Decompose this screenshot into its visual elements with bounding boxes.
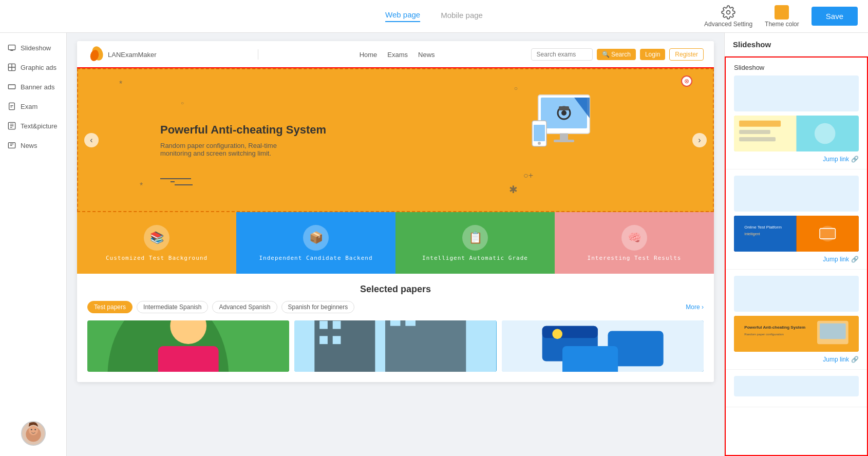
svg-point-48 (815, 123, 836, 144)
sidebar-item-news[interactable]: News (0, 136, 66, 155)
text-picture-icon (7, 121, 16, 130)
slideshow-banner: * ○ * ○+ ○ ✱ Powerful Anti-cheating Syst… (77, 68, 714, 212)
logo-leaf (87, 46, 104, 63)
sidebar-item-news-label: News (21, 142, 37, 149)
sidebar-item-exam[interactable]: Exam (0, 97, 66, 116)
svg-rect-17 (559, 106, 569, 110)
papers-more-link[interactable]: More › (686, 303, 704, 311)
advanced-setting-label: Advanced Setting (704, 21, 752, 28)
exam-icon (7, 102, 16, 111)
svg-rect-45 (739, 121, 781, 127)
preview-nav-links: Home Exams News (360, 51, 435, 59)
save-button[interactable]: Save (812, 7, 858, 26)
theme-color-label: Theme color (765, 21, 799, 28)
svg-rect-18 (560, 134, 568, 140)
search-button[interactable]: 🔍 Search (597, 49, 636, 60)
deco-asterisk-2: * (140, 181, 143, 191)
jump-link-row-1[interactable]: Jump link 🔗 (734, 156, 859, 163)
feature-card-grade[interactable]: 📋 Intelligent Automatic Grade (395, 212, 555, 274)
login-button[interactable]: Login (640, 49, 665, 60)
jump-link-row-3[interactable]: Jump link 🔗 (734, 356, 859, 363)
tab-web-page[interactable]: Web page (385, 10, 420, 22)
svg-rect-31 (319, 321, 328, 329)
slideshow-thumbnail-1[interactable] (734, 116, 859, 151)
feature-card-label-3: Intelligent Automatic Grade (422, 255, 528, 261)
nav-link-home[interactable]: Home (360, 51, 378, 59)
slideshow-thumb-blank-3 (734, 276, 859, 312)
top-bar: Web page Mobile page Advanced Setting Th… (0, 0, 868, 33)
svg-point-10 (34, 429, 36, 430)
jump-link-label-3: Jump link (823, 356, 849, 363)
feature-card-icon-4: 🧠 (621, 225, 647, 251)
svg-rect-30 (385, 320, 466, 372)
right-panel: Slideshow Slideshow (724, 33, 868, 456)
svg-point-0 (727, 10, 730, 14)
svg-point-42 (552, 329, 562, 339)
logo-text: LANExamMaker (108, 51, 157, 59)
banner-nav-left[interactable]: ‹ (84, 133, 99, 147)
feature-card-icon-2: 📦 (303, 225, 329, 251)
svg-rect-46 (739, 130, 770, 134)
slideshow-thumbnail-3[interactable]: Powerful Anti-cheating System Random pap… (734, 316, 859, 352)
sidebar-item-exam-label: Exam (21, 103, 37, 110)
banner-close-button[interactable]: ⊗ (681, 75, 692, 87)
sidebar-item-banner-ads[interactable]: Banner ads (0, 77, 66, 97)
sidebar-item-slideshow[interactable]: Slideshow (0, 38, 66, 58)
jump-link-icon-1: 🔗 (851, 156, 859, 163)
advanced-setting-button[interactable]: Advanced Setting (704, 5, 752, 28)
feature-card-icon-3: 📋 (462, 225, 488, 251)
paper-card-1[interactable] (87, 320, 289, 372)
slideshow-thumb-blank-1 (734, 75, 859, 111)
feature-card-candidate[interactable]: 📦 Independent Candidate Backend (236, 212, 395, 274)
register-button[interactable]: Register (669, 48, 704, 61)
paper-card-3[interactable] (502, 320, 704, 372)
feature-card-customized[interactable]: 📚 Customized Test Background (77, 212, 236, 274)
sidebar-item-slideshow-label: Slideshow (21, 44, 51, 52)
nav-link-exams[interactable]: Exams (387, 51, 408, 59)
preview-logo: LANExamMaker (87, 46, 157, 63)
deco-circle-1: ○ (181, 100, 184, 106)
svg-rect-36 (406, 320, 416, 326)
sidebar-item-text-picture-label: Text&picture (21, 122, 58, 130)
tab-mobile-page[interactable]: Mobile page (441, 11, 483, 22)
svg-rect-19 (554, 140, 574, 142)
feature-card-results[interactable]: 🧠 Interesting Test Results (555, 212, 714, 274)
banner-nav-right[interactable]: › (692, 133, 707, 147)
selected-papers-section: Selected papers Test papers Intermediate… (77, 274, 714, 382)
theme-color-swatch (775, 5, 789, 20)
svg-rect-34 (333, 336, 341, 344)
banner-text-area: Powerful Anti-cheating System Random pap… (160, 123, 326, 157)
preview-nav-right: 🔍 Search Login Register (531, 48, 704, 61)
news-icon (7, 141, 16, 150)
avatar (21, 421, 46, 446)
papers-tab-advanced[interactable]: Advanced Spanish (212, 301, 277, 313)
svg-point-8 (28, 426, 37, 435)
left-sidebar: Slideshow Graphic ads Banner ads Exam Te… (0, 33, 67, 456)
svg-text:Online Test Platform: Online Test Platform (744, 225, 782, 230)
svg-rect-50 (734, 216, 797, 252)
sidebar-item-graphic-ads[interactable]: Graphic ads (0, 58, 66, 77)
monitor-illustration (507, 80, 600, 174)
deco-asterisk-3: ✱ (509, 183, 518, 196)
svg-rect-4 (9, 103, 15, 109)
sidebar-item-text-picture[interactable]: Text&picture (0, 116, 66, 136)
feature-card-label-1: Customized Test Background (106, 255, 207, 261)
svg-point-16 (561, 110, 567, 116)
theme-color-button[interactable]: Theme color (765, 5, 799, 28)
papers-tab-beginners[interactable]: Spanish for beginners (281, 301, 355, 313)
preview-nav: LANExamMaker Home Exams News 🔍 Search Lo… (77, 41, 714, 68)
preview-container: LANExamMaker Home Exams News 🔍 Search Lo… (77, 41, 714, 382)
papers-tab-intermediate[interactable]: Intermediate Spanish (137, 301, 208, 313)
feature-card-label-2: Independent Candidate Backend (259, 255, 372, 261)
search-input[interactable] (531, 48, 593, 61)
jump-link-row-2[interactable]: Jump link 🔗 (734, 256, 859, 263)
paper-card-2[interactable] (294, 320, 496, 372)
svg-rect-35 (390, 320, 401, 326)
center-content: LANExamMaker Home Exams News 🔍 Search Lo… (67, 33, 724, 456)
slideshow-thumb-blank-4 (734, 376, 859, 396)
deco-asterisk-1: * (119, 80, 122, 89)
sidebar-item-graphic-ads-label: Graphic ads (21, 64, 56, 71)
papers-tab-test[interactable]: Test papers (87, 301, 133, 313)
nav-link-news[interactable]: News (418, 51, 435, 59)
slideshow-thumbnail-2[interactable]: Online Test Platform Intelligent (734, 216, 859, 252)
